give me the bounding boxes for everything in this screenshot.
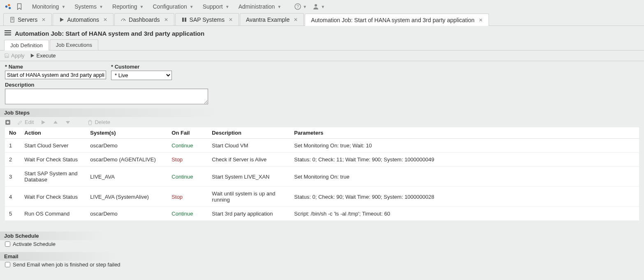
action-toolbar: Apply Execute xyxy=(0,50,644,61)
close-icon[interactable]: ✕ xyxy=(229,17,233,23)
col-systems: System(s) xyxy=(86,127,167,139)
server-icon xyxy=(9,17,15,23)
cell-parameters: Set Monitoring On: true; Wait: 10 xyxy=(290,139,639,153)
send-email-label: Send Email when job is finished or step … xyxy=(13,262,120,268)
job-steps-header: Job Steps xyxy=(0,108,220,117)
table-header-row: No Action System(s) On Fail Description … xyxy=(5,127,639,139)
svg-rect-16 xyxy=(6,56,8,57)
cell-systems: oscarDemo xyxy=(86,139,167,153)
description-label: Description xyxy=(5,82,639,88)
table-row[interactable]: 1Start Cloud ServeroscarDemoContinueStar… xyxy=(5,139,639,153)
cell-action: Start Cloud Server xyxy=(20,139,86,153)
sub-tabs: Job Definition Job Executions xyxy=(0,39,644,50)
cell-description: Start 3rd party application xyxy=(208,207,290,221)
svg-text:?: ? xyxy=(297,5,299,9)
svg-marker-22 xyxy=(53,121,58,124)
tab-avantra-example[interactable]: Avantra Example ✕ xyxy=(240,13,304,25)
tab-label: SAP Systems xyxy=(190,16,225,23)
cell-systems: oscarDemo xyxy=(86,207,167,221)
close-icon[interactable]: ✕ xyxy=(479,17,483,23)
bookmark-icon[interactable] xyxy=(15,2,24,11)
move-down-button xyxy=(65,119,71,125)
cell-no: 4 xyxy=(5,187,20,207)
cell-action: Start SAP System and Database xyxy=(20,167,86,187)
cell-no: 3 xyxy=(5,167,20,187)
gauge-icon xyxy=(120,17,126,23)
svg-marker-9 xyxy=(60,18,64,22)
top-menu-bar: Monitoring▼ Systems▼ Reporting▼ Configur… xyxy=(0,0,644,13)
caret-down-icon: ▼ xyxy=(277,5,281,9)
cell-no: 1 xyxy=(5,139,20,153)
description-textarea[interactable] xyxy=(5,89,208,104)
delete-step-button: Delete xyxy=(87,119,110,125)
menu-administration[interactable]: Administration▼ xyxy=(236,2,284,11)
subtab-job-executions[interactable]: Job Executions xyxy=(50,39,98,50)
send-email-checkbox[interactable] xyxy=(5,262,10,267)
cell-description: Start System LIVE_XAN xyxy=(208,167,290,187)
col-onfail: On Fail xyxy=(167,127,208,139)
close-icon[interactable]: ✕ xyxy=(164,17,168,23)
cell-parameters: Status: 0; Check: 90; Wait Time: 900; Sy… xyxy=(290,187,639,207)
menu-reporting[interactable]: Reporting▼ xyxy=(110,2,146,11)
add-step-button[interactable] xyxy=(5,119,11,125)
job-steps-table: No Action System(s) On Fail Description … xyxy=(5,127,639,221)
menu-support[interactable]: Support▼ xyxy=(200,2,232,11)
stack-icon xyxy=(181,17,187,23)
page-title-row: Automation Job: Start of HANA system and… xyxy=(0,26,644,39)
tab-automation-job[interactable]: Automation Job: Start of HANA system and… xyxy=(305,14,489,26)
table-row[interactable]: 3Start SAP System and DatabaseLIVE_AVACo… xyxy=(5,167,639,187)
tab-automations[interactable]: Automations ✕ xyxy=(53,13,114,25)
close-icon[interactable]: ✕ xyxy=(42,17,46,23)
customer-select[interactable]: * Live xyxy=(111,71,172,80)
col-parameters: Parameters xyxy=(290,127,639,139)
svg-rect-12 xyxy=(185,18,186,22)
close-icon[interactable]: ✕ xyxy=(103,17,107,23)
subtab-job-definition[interactable]: Job Definition xyxy=(4,40,49,50)
col-action: Action xyxy=(20,127,86,139)
edit-step-button: Edit xyxy=(17,119,34,125)
svg-point-0 xyxy=(5,5,7,7)
svg-point-1 xyxy=(8,4,10,6)
caret-down-icon: ▼ xyxy=(321,5,325,9)
tab-label: Automation Job: Start of HANA system and… xyxy=(311,17,475,23)
steps-toolbar: Edit Delete xyxy=(0,117,644,127)
cell-systems: oscarDemo (AGENTALIVE) xyxy=(86,153,167,167)
svg-marker-17 xyxy=(30,54,34,57)
cell-action: Wait For Check Status xyxy=(20,153,86,167)
menu-configuration[interactable]: Configuration▼ xyxy=(150,2,196,11)
cell-description: Start Cloud VM xyxy=(208,139,290,153)
help-icon[interactable]: ? ▼ xyxy=(293,2,308,11)
cell-onfail: Stop xyxy=(167,153,208,167)
close-icon[interactable]: ✕ xyxy=(294,17,298,23)
tab-dashboards[interactable]: Dashboards ✕ xyxy=(114,13,174,25)
caret-down-icon: ▼ xyxy=(99,5,103,9)
caret-down-icon: ▼ xyxy=(303,5,307,9)
cell-parameters: Status: 0; Check: 11; Wait Time: 900; Sy… xyxy=(290,153,639,167)
description-block: Description xyxy=(0,80,644,108)
table-row[interactable]: 5Run OS CommandoscarDemoContinueStart 3r… xyxy=(5,207,639,221)
cell-no: 5 xyxy=(5,207,20,221)
tab-servers[interactable]: Servers ✕ xyxy=(3,13,52,25)
page-title: Automation Job: Start of HANA system and… xyxy=(15,30,204,37)
caret-down-icon: ▼ xyxy=(225,5,229,9)
svg-point-2 xyxy=(9,7,11,9)
svg-marker-21 xyxy=(42,120,45,124)
menu-systems[interactable]: Systems▼ xyxy=(72,2,106,11)
cell-onfail: Continue xyxy=(167,139,208,153)
cell-onfail: Stop xyxy=(167,187,208,207)
cell-onfail: Continue xyxy=(167,207,208,221)
form-row: * Name * Customer * Live xyxy=(0,61,644,80)
name-input[interactable] xyxy=(5,71,106,79)
table-row[interactable]: 4Wait For Check StatusLIVE_AVA (SystemAl… xyxy=(5,187,639,207)
cell-description: Wait until system is up and running xyxy=(208,187,290,207)
user-icon[interactable]: ▼ xyxy=(311,2,327,11)
play-icon xyxy=(59,17,65,23)
tab-sap-systems[interactable]: SAP Systems ✕ xyxy=(175,13,239,25)
activate-schedule-checkbox[interactable] xyxy=(5,241,10,247)
svg-rect-11 xyxy=(182,18,184,22)
menu-monitoring[interactable]: Monitoring▼ xyxy=(30,2,68,11)
table-row[interactable]: 2Wait For Check StatusoscarDemo (AGENTAL… xyxy=(5,153,639,167)
name-label: * Name xyxy=(5,64,106,70)
move-up-button xyxy=(53,119,58,125)
execute-button[interactable]: Execute xyxy=(30,53,56,59)
